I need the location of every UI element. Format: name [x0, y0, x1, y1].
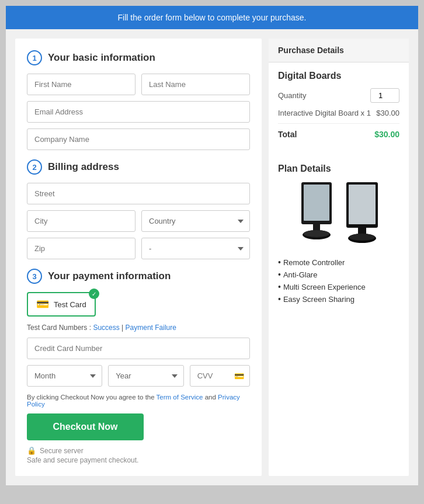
- state-select[interactable]: - CA NY TX: [141, 238, 250, 259]
- first-name-input[interactable]: [27, 74, 135, 95]
- safe-text: Safe and secure payment checkout.: [27, 456, 250, 464]
- banner-text: Fill the order form below to complete yo…: [118, 13, 307, 22]
- month-select[interactable]: Month January February March April May J…: [27, 365, 102, 387]
- credit-card-input[interactable]: [27, 338, 250, 359]
- plan-title: Plan Details: [278, 164, 399, 174]
- feature-item: Remote Controller: [278, 258, 399, 267]
- svg-rect-1: [304, 185, 329, 221]
- credit-card-row: [27, 338, 250, 359]
- board-right-svg: [343, 181, 381, 248]
- street-row: [27, 183, 250, 204]
- feature-item: Anti-Glare: [278, 270, 399, 279]
- section1-number: 1: [27, 50, 42, 65]
- terms-text: By clicking Checkout Now you agree to th…: [27, 394, 250, 408]
- card-icon: 💳: [36, 298, 49, 311]
- svg-rect-6: [349, 185, 376, 224]
- email-input[interactable]: [27, 101, 250, 123]
- feature-item: Multi Screen Experience: [278, 282, 399, 291]
- section2-header: 2 Billing address: [27, 159, 250, 175]
- top-banner: Fill the order form below to complete yo…: [6, 6, 418, 29]
- section1-title: Your basic information: [48, 52, 155, 64]
- company-row: [27, 128, 250, 150]
- item-price: $30.00: [376, 109, 399, 117]
- product-name: Digital Boards: [278, 71, 399, 81]
- right-panel: Purchase Details Digital Boards Quantity…: [269, 39, 409, 476]
- section1-header: 1 Your basic information: [27, 50, 250, 65]
- secure-server-text: Secure server: [40, 447, 84, 455]
- quantity-row: Quantity: [278, 88, 399, 103]
- total-amount: $30.00: [374, 130, 399, 139]
- cvv-row: Month January February March April May J…: [27, 365, 250, 387]
- section3-title: Your payment information: [48, 270, 171, 282]
- test-card-success-link[interactable]: Success: [93, 324, 119, 332]
- quantity-input[interactable]: [370, 88, 399, 103]
- secure-row: 🔒 Secure server: [27, 446, 250, 455]
- terms-prefix: By clicking Checkout Now you agree to th…: [27, 394, 157, 401]
- terms-of-service-link[interactable]: Term of Service: [157, 394, 203, 401]
- zip-input[interactable]: [27, 238, 135, 259]
- credit-card-small-icon: 💳: [234, 371, 244, 381]
- last-name-input[interactable]: [141, 74, 250, 95]
- lock-icon: 🔒: [27, 446, 36, 455]
- cvv-wrap: 💳: [190, 365, 250, 387]
- left-panel: 1 Your basic information 2 Billing addre…: [15, 39, 262, 476]
- terms-and: and: [203, 394, 218, 401]
- year-select[interactable]: Year 2024 2025 2026 2027 2028 2029: [108, 365, 183, 387]
- main-content: 1 Your basic information 2 Billing addre…: [6, 29, 418, 485]
- name-row: [27, 74, 250, 95]
- section2-title: Billing address: [48, 161, 119, 173]
- city-input[interactable]: [27, 210, 135, 232]
- quantity-label: Quantity: [278, 91, 306, 100]
- street-input[interactable]: [27, 183, 250, 204]
- test-card-failure-link[interactable]: Payment Failure: [126, 324, 176, 332]
- city-country-row: Country United States United Kingdom Can…: [27, 210, 250, 232]
- email-row: [27, 101, 250, 123]
- svg-point-4: [304, 230, 329, 237]
- card-option[interactable]: 💳 Test Card ✓: [27, 292, 96, 317]
- features-list: Remote Controller Anti-Glare Multi Scree…: [278, 258, 399, 304]
- plan-details-section: Plan Details: [269, 155, 409, 315]
- check-badge: ✓: [89, 289, 99, 299]
- country-select[interactable]: Country United States United Kingdom Can…: [141, 210, 250, 232]
- feature-item: Easy Screen Sharing: [278, 294, 399, 304]
- company-input[interactable]: [27, 128, 250, 150]
- checkout-button[interactable]: Checkout Now: [27, 413, 144, 440]
- purchase-details-header: Purchase Details: [269, 39, 409, 62]
- test-card-prefix: Test Card Numbers :: [27, 324, 91, 332]
- page-wrapper: Fill the order form below to complete yo…: [6, 6, 418, 485]
- total-row: Total $30.00: [278, 130, 399, 139]
- board-left-svg: [297, 181, 338, 245]
- zip-state-row: - CA NY TX: [27, 238, 250, 259]
- total-label: Total: [278, 130, 297, 139]
- svg-point-9: [349, 234, 375, 241]
- card-label: Test Card: [54, 300, 86, 309]
- section3-header: 3 Your payment information: [27, 269, 250, 284]
- section3-number: 3: [27, 269, 42, 284]
- purchase-details-body: Digital Boards Quantity Interactive Digi…: [269, 62, 409, 155]
- section2-number: 2: [27, 159, 42, 175]
- item-row: Interactive Digital Board x 1 $30.00: [278, 109, 399, 124]
- boards-image: [278, 181, 399, 248]
- test-card-info: Test Card Numbers : Success | Payment Fa…: [27, 324, 250, 332]
- item-name: Interactive Digital Board x 1: [278, 109, 371, 117]
